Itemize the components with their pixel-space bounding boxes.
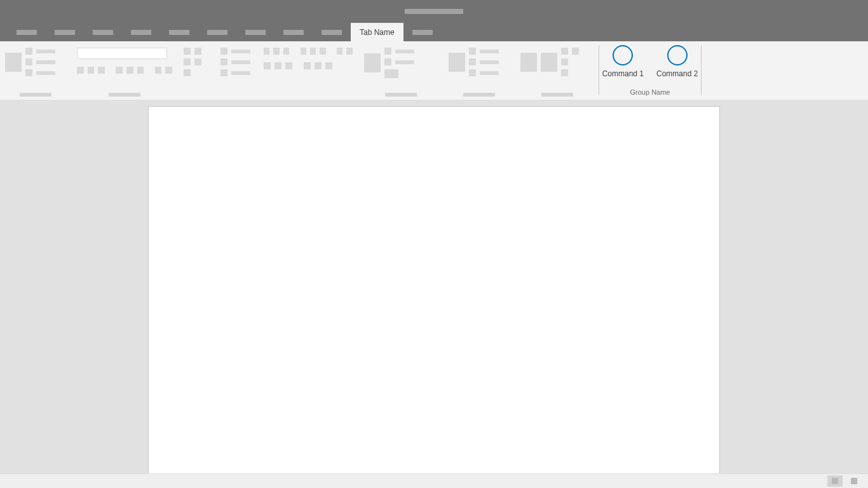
ribbon-tab-strip: Tab Name: [0, 23, 868, 41]
ribbon-tab-placeholder[interactable]: [403, 23, 442, 41]
view-mode-button-1[interactable]: [827, 475, 843, 487]
ribbon-tab-active[interactable]: Tab Name: [351, 23, 403, 41]
ribbon-group-separator: [701, 45, 702, 95]
command-2-button[interactable]: Command 2: [654, 45, 700, 78]
ribbon-tab-placeholder[interactable]: [313, 23, 351, 41]
app-title-placeholder: [405, 9, 463, 14]
command-1-button[interactable]: Command 1: [600, 45, 646, 78]
title-bar: [0, 0, 868, 23]
ribbon-tab-placeholder[interactable]: [122, 23, 160, 41]
ribbon-tab-placeholder[interactable]: [198, 23, 236, 41]
ribbon: Command 1 Command 2 Group Name: [0, 41, 868, 100]
ribbon-tab-placeholder[interactable]: [8, 23, 46, 41]
ribbon-tab-placeholder[interactable]: [275, 23, 313, 41]
ribbon-custom-group: Command 1 Command 2 Group Name: [599, 41, 701, 99]
ribbon-tab-placeholder[interactable]: [236, 23, 275, 41]
ribbon-placeholder-groups: [0, 41, 599, 99]
view-mode-icon: [851, 478, 857, 484]
document-workspace: [0, 100, 868, 473]
view-mode-icon: [832, 478, 838, 484]
command-1-icon: [613, 45, 633, 65]
command-2-icon: [667, 45, 688, 65]
ribbon-group-name: Group Name: [630, 88, 670, 96]
ribbon-tab-placeholder[interactable]: [160, 23, 198, 41]
command-2-label: Command 2: [656, 69, 698, 78]
ribbon-tab-placeholder[interactable]: [46, 23, 84, 41]
command-1-label: Command 1: [602, 69, 644, 78]
ribbon-tab-placeholder[interactable]: [84, 23, 122, 41]
status-bar: [0, 473, 868, 488]
view-mode-button-2[interactable]: [846, 475, 862, 487]
document-page[interactable]: [148, 106, 720, 473]
ribbon-tab-label: Tab Name: [360, 28, 395, 37]
